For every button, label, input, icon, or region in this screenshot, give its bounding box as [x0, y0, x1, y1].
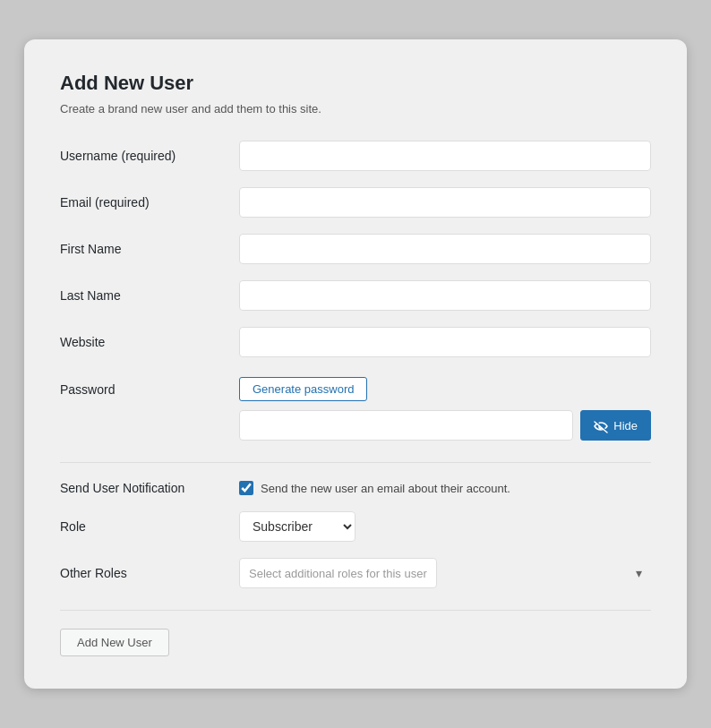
other-roles-select[interactable]: Select additional roles for this user: [239, 558, 437, 588]
notification-text: Send the new user an email about their a…: [261, 482, 510, 495]
password-row: Password Generate password Hide: [60, 373, 651, 441]
password-section: Generate password Hide: [239, 377, 651, 441]
hide-button[interactable]: Hide: [580, 410, 651, 441]
lastname-input[interactable]: [239, 280, 651, 311]
password-label: Password: [60, 377, 239, 397]
notification-label: Send User Notification: [60, 481, 239, 495]
other-roles-wrapper: Select additional roles for this user: [239, 558, 651, 588]
hide-label: Hide: [613, 419, 638, 433]
role-row: Role Subscriber Contributor Author Edito…: [60, 511, 651, 542]
notification-checkbox[interactable]: [239, 481, 253, 495]
notification-content: Send the new user an email about their a…: [239, 481, 510, 495]
website-row: Website: [60, 327, 651, 357]
username-row: Username (required): [60, 141, 651, 171]
email-input[interactable]: [239, 187, 651, 218]
website-input[interactable]: [239, 327, 651, 357]
website-label: Website: [60, 335, 239, 349]
role-select[interactable]: Subscriber Contributor Author Editor Adm…: [239, 511, 356, 542]
password-input-row: Hide: [239, 410, 651, 441]
firstname-label: First Name: [60, 242, 239, 256]
add-user-button[interactable]: Add New User: [60, 629, 169, 656]
other-roles-row: Other Roles Select additional roles for …: [60, 558, 651, 588]
divider-bottom: [60, 610, 651, 611]
password-input[interactable]: [239, 410, 573, 441]
username-label: Username (required): [60, 149, 239, 163]
firstname-input[interactable]: [239, 234, 651, 264]
eye-slash-icon: [594, 417, 608, 433]
page-title: Add New User: [60, 72, 651, 95]
lastname-label: Last Name: [60, 288, 239, 303]
email-label: Email (required): [60, 195, 239, 210]
generate-password-button[interactable]: Generate password: [239, 377, 367, 401]
email-row: Email (required): [60, 187, 651, 218]
other-roles-label: Other Roles: [60, 566, 239, 580]
role-label: Role: [60, 519, 239, 534]
divider: [60, 462, 651, 463]
page-subtitle: Create a brand new user and add them to …: [60, 102, 651, 116]
notification-row: Send User Notification Send the new user…: [60, 481, 651, 495]
firstname-row: First Name: [60, 234, 651, 264]
lastname-row: Last Name: [60, 280, 651, 311]
username-input[interactable]: [239, 141, 651, 171]
add-user-card: Add New User Create a brand new user and…: [24, 39, 687, 689]
